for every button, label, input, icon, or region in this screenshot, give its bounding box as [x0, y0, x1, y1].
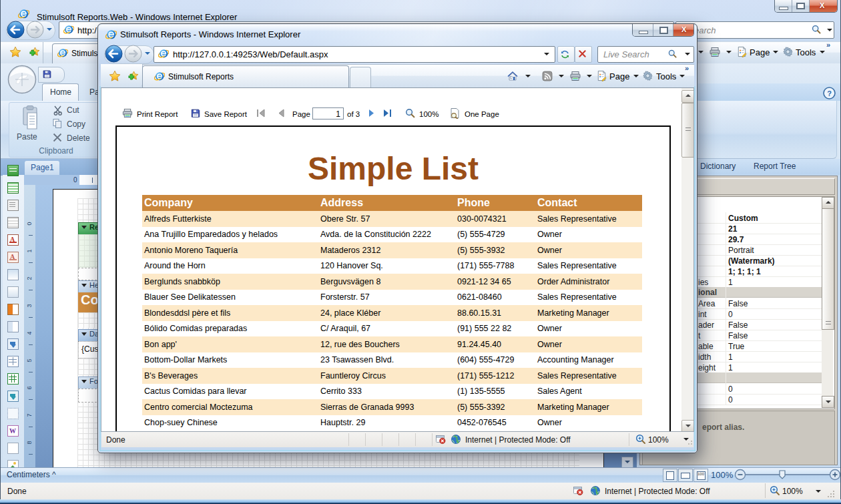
svg-text:?: ? — [827, 89, 832, 97]
